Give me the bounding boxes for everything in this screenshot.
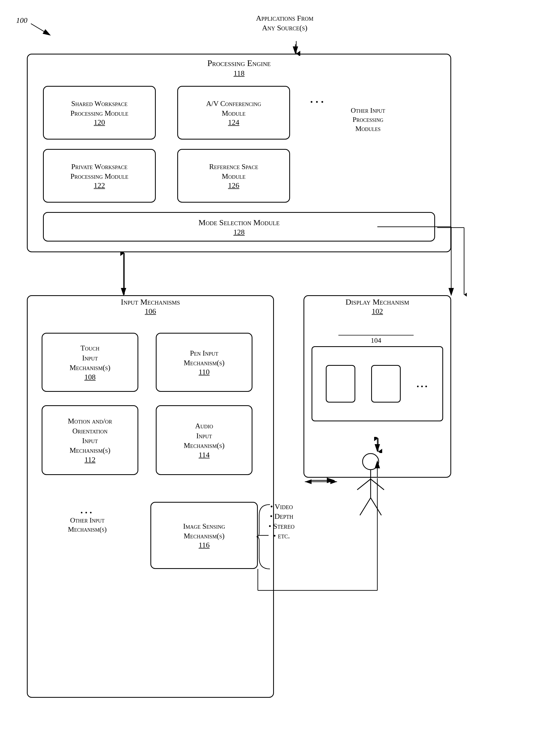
private-workspace-ref: 122 xyxy=(94,181,105,190)
reference-space-box: Reference SpaceModule 126 xyxy=(177,149,290,203)
mode-selection-ref: 128 xyxy=(233,228,245,236)
other-input-line2: Processing xyxy=(312,115,424,124)
pen-input-box: Pen InputMechanism(s) 110 xyxy=(156,333,252,392)
motion-input-ref: 112 xyxy=(85,455,96,464)
applications-line1: Applications From xyxy=(242,13,328,23)
av-conferencing-ref: 124 xyxy=(228,118,239,127)
screen-ref-num: 104 xyxy=(326,337,426,345)
shared-workspace-box: Shared WorkspaceProcessing Module 120 xyxy=(43,86,156,140)
touch-input-box: TouchInputMechanism(s) 108 xyxy=(42,333,138,392)
private-workspace-title: Private WorkspaceProcessing Module xyxy=(70,162,128,181)
display-mechanism-title: Display Mechanism xyxy=(304,297,451,307)
input-mechanisms-ref: 106 xyxy=(27,307,274,316)
reference-space-ref: 126 xyxy=(228,181,239,190)
display-mechanism-label: Display Mechanism 102 xyxy=(304,297,451,316)
touch-input-ref: 108 xyxy=(84,373,96,381)
applications-line2: Any Source(s) xyxy=(242,23,328,33)
diagram-container: 100 Applications From Any Source(s) Proc… xyxy=(0,0,546,756)
pen-input-title: Pen InputMechanism(s) xyxy=(184,348,224,368)
app-to-engine-arrow xyxy=(292,40,300,56)
image-sensing-ref: 116 xyxy=(199,541,210,549)
audio-input-box: AudioInputMechanism(s) 114 xyxy=(156,405,252,475)
person-figure xyxy=(344,451,398,526)
ref-100-label: 100 xyxy=(16,16,27,25)
screen-ref-brace: 104 xyxy=(326,335,426,345)
image-sensing-title: Image SensingMechanism(s) xyxy=(183,521,225,541)
processing-engine-label: Processing Engine 118 xyxy=(27,58,451,78)
audio-input-title: AudioInputMechanism(s) xyxy=(184,421,224,450)
svg-point-18 xyxy=(363,454,379,470)
av-conferencing-box: A/V ConferencingModule 124 xyxy=(177,86,290,140)
screen-1 xyxy=(326,365,355,403)
other-input-mech-line2: Other Input xyxy=(36,516,138,525)
shared-workspace-title: Shared WorkspaceProcessing Module xyxy=(70,99,128,118)
pen-input-ref: 110 xyxy=(199,368,210,376)
applications-label: Applications From Any Source(s) xyxy=(242,13,328,33)
svg-line-5 xyxy=(31,24,50,35)
av-conferencing-title: A/V ConferencingModule xyxy=(206,99,261,118)
svg-line-21 xyxy=(371,479,384,490)
other-input-processing-label: Other Input Processing Modules xyxy=(312,106,424,133)
dots-other-modules: ... xyxy=(310,93,326,105)
other-input-mech-line3: Mechanism(s) xyxy=(36,525,138,534)
screen-2 xyxy=(371,365,401,403)
processing-engine-ref: 118 xyxy=(27,69,451,78)
screen-dots: ... xyxy=(417,378,429,390)
svg-line-20 xyxy=(357,479,371,490)
updown-arrow-svg xyxy=(374,437,382,453)
svg-line-22 xyxy=(360,498,371,515)
mode-selection-box: Mode Selection Module 128 xyxy=(43,212,435,242)
other-input-mech-dots: ... xyxy=(36,505,138,516)
other-input-line3: Modules xyxy=(312,124,424,133)
display-screens-area: ... xyxy=(312,346,443,421)
input-mechanisms-label: Input Mechanisms 106 xyxy=(27,297,274,316)
mode-to-input-arrow xyxy=(120,252,128,296)
other-input-mech-label: ... Other Input Mechanism(s) xyxy=(36,505,138,534)
mode-selection-title: Mode Selection Module xyxy=(198,217,280,228)
screen-ref-line xyxy=(339,335,414,335)
audio-input-ref: 114 xyxy=(199,451,210,459)
private-workspace-box: Private WorkspaceProcessing Module 122 xyxy=(43,149,156,203)
mode-to-display-arrow xyxy=(435,225,467,297)
reference-space-title: Reference SpaceModule xyxy=(209,162,258,181)
touch-input-title: TouchInputMechanism(s) xyxy=(70,343,110,372)
processing-engine-title: Processing Engine xyxy=(27,58,451,69)
motion-input-title: Motion and/orOrientationInputMechanism(s… xyxy=(68,416,112,455)
display-mechanism-ref: 102 xyxy=(304,307,451,316)
other-input-line1: Other Input xyxy=(312,106,424,115)
motion-input-box: Motion and/orOrientationInputMechanism(s… xyxy=(42,405,138,475)
svg-line-23 xyxy=(371,498,381,515)
image-sensing-box: Image SensingMechanism(s) 116 xyxy=(150,502,258,569)
input-mechanisms-title: Input Mechanisms xyxy=(27,297,274,307)
curly-brace-svg xyxy=(256,502,272,572)
horiz-arrow-svg xyxy=(304,478,339,486)
shared-workspace-ref: 120 xyxy=(94,118,105,127)
